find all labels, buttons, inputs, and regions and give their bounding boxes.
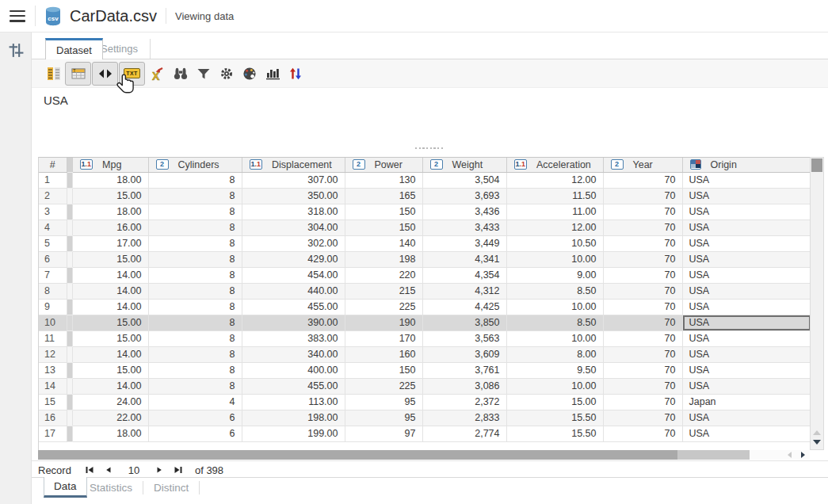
grid-cell[interactable]: 97 xyxy=(345,426,422,441)
grid-cell[interactable]: 3,563 xyxy=(422,330,506,346)
grid-cell[interactable]: 220 xyxy=(345,267,422,283)
record-selector-cell[interactable] xyxy=(67,426,72,441)
grid-cell[interactable]: Japan xyxy=(682,394,810,410)
grid-cell[interactable]: 455.00 xyxy=(242,299,345,315)
grid-cell[interactable]: 2,833 xyxy=(422,410,506,426)
grid-cell[interactable]: 150 xyxy=(345,204,422,220)
grid-cell[interactable]: 190 xyxy=(345,315,422,330)
colors-button[interactable] xyxy=(238,62,261,86)
current-record-value[interactable]: 10 xyxy=(120,464,147,476)
record-selector-cell[interactable] xyxy=(67,330,72,346)
grid-cell[interactable]: 8 xyxy=(148,378,242,394)
record-selector-cell[interactable] xyxy=(67,251,72,267)
hamburger-icon[interactable] xyxy=(10,10,25,22)
grid-cell[interactable]: USA xyxy=(682,362,810,378)
grid-cell[interactable]: 199.00 xyxy=(242,426,345,441)
grid-cell[interactable]: 8 xyxy=(148,188,242,204)
grid-cell[interactable]: 95 xyxy=(345,410,422,426)
grid-cell[interactable]: 70 xyxy=(603,283,682,299)
grid-cell[interactable]: 11.50 xyxy=(506,188,603,204)
sort-button[interactable] xyxy=(284,62,307,86)
grid-cell[interactable]: USA xyxy=(682,267,810,283)
record-selector-cell[interactable] xyxy=(67,346,72,362)
record-selector-cell[interactable] xyxy=(67,378,72,394)
settings-button[interactable] xyxy=(215,62,238,86)
previous-record-button[interactable] xyxy=(101,464,116,476)
grid-cell[interactable]: 3,449 xyxy=(422,235,506,251)
grid-cell[interactable]: 4 xyxy=(148,394,242,410)
grid-cell[interactable]: 170 xyxy=(345,330,422,346)
grid-cell[interactable]: 16.00 xyxy=(72,220,148,235)
grid-cell[interactable]: 3,761 xyxy=(422,362,506,378)
grid-cell[interactable]: USA xyxy=(682,410,810,426)
filter-button[interactable] xyxy=(192,62,215,86)
grid-cell[interactable]: 15.00 xyxy=(72,315,148,330)
grid-cell[interactable]: 390.00 xyxy=(242,315,345,330)
grid-cell[interactable]: 18.00 xyxy=(72,172,148,188)
grid-cell[interactable]: 8 xyxy=(148,172,242,188)
record-selector-cell[interactable] xyxy=(67,267,72,283)
grid-cell[interactable]: 17.00 xyxy=(72,235,148,251)
record-selector-cell[interactable] xyxy=(67,283,72,299)
grid-cell[interactable]: 8 xyxy=(148,235,242,251)
grid-cell[interactable]: 198.00 xyxy=(242,410,345,426)
grid-cell[interactable]: USA xyxy=(682,283,810,299)
grid-cell[interactable]: 400.00 xyxy=(242,362,345,378)
grid-cell[interactable]: 15.50 xyxy=(506,426,603,441)
record-selector-cell[interactable] xyxy=(67,299,72,315)
grid-cell[interactable]: USA xyxy=(682,378,810,394)
grid-cell[interactable]: 2,774 xyxy=(422,426,506,441)
grid-cell[interactable]: 8 xyxy=(148,346,242,362)
grid-cell[interactable]: 6 xyxy=(148,410,242,426)
grid-cell[interactable]: 10.00 xyxy=(506,299,603,315)
grid-cell[interactable]: 70 xyxy=(603,220,682,235)
grid-cell[interactable]: 150 xyxy=(345,362,422,378)
grid-cell[interactable]: 24.00 xyxy=(72,394,148,410)
table-headers-button[interactable]: T xyxy=(65,62,91,86)
grid-cell[interactable]: 8.50 xyxy=(506,283,603,299)
grid-cell[interactable]: USA xyxy=(682,346,810,362)
grid-cell[interactable]: 215 xyxy=(345,283,422,299)
grid-cell[interactable]: 225 xyxy=(345,299,422,315)
column-header-origin[interactable]: Origin xyxy=(682,158,810,172)
last-record-button[interactable] xyxy=(171,464,185,476)
grid-cell[interactable]: 8 xyxy=(148,315,242,330)
grid-cell[interactable]: 454.00 xyxy=(242,267,345,283)
grid-cell[interactable]: 225 xyxy=(345,378,422,394)
grid-cell[interactable]: 8.00 xyxy=(506,346,603,362)
record-selector-cell[interactable] xyxy=(67,362,72,378)
grid-cell[interactable]: 14.00 xyxy=(72,267,148,283)
grid-cell[interactable]: 14.00 xyxy=(72,283,148,299)
column-header-acceleration[interactable]: 1.1Acceleration xyxy=(506,158,603,172)
grid-cell[interactable]: 14.00 xyxy=(72,378,148,394)
tab-statistics[interactable]: Statistics xyxy=(79,482,143,494)
grid-cell[interactable]: 14.00 xyxy=(72,299,148,315)
scroll-left-icon[interactable] xyxy=(788,452,792,458)
grid-cell[interactable]: 70 xyxy=(603,204,682,220)
scroll-up-icon[interactable] xyxy=(813,430,821,435)
grid-cell[interactable]: 8 xyxy=(148,283,242,299)
grid-cell[interactable]: 8.50 xyxy=(506,315,603,330)
vertical-scrollbar[interactable] xyxy=(810,157,824,450)
grid-cell[interactable]: 4,425 xyxy=(422,299,506,315)
grid-cell[interactable]: 8 xyxy=(148,204,242,220)
grid-cell[interactable]: 70 xyxy=(603,315,682,330)
record-selector-cell[interactable] xyxy=(67,235,72,251)
splitter-handle[interactable] xyxy=(415,147,443,149)
grid-cell[interactable]: 70 xyxy=(603,299,682,315)
record-selector-cell[interactable] xyxy=(67,188,72,204)
grid-cell[interactable]: 3,433 xyxy=(422,220,506,235)
grid-cell[interactable]: 70 xyxy=(603,362,682,378)
fit-columns-button[interactable] xyxy=(92,62,118,86)
grid-cell[interactable]: USA xyxy=(682,204,810,220)
grid-cell[interactable]: 95 xyxy=(345,394,422,410)
grid-cell[interactable]: 3,504 xyxy=(422,172,506,188)
grid-cell[interactable]: 318.00 xyxy=(242,204,345,220)
chart-button[interactable] xyxy=(261,62,284,86)
grid-cell[interactable]: 70 xyxy=(603,267,682,283)
grid-cell[interactable]: 70 xyxy=(603,251,682,267)
grid-cell[interactable]: 70 xyxy=(603,394,682,410)
grid-cell[interactable]: 8 xyxy=(148,220,242,235)
grid-cell[interactable]: 350.00 xyxy=(242,188,345,204)
column-profile-button[interactable] xyxy=(42,62,65,86)
